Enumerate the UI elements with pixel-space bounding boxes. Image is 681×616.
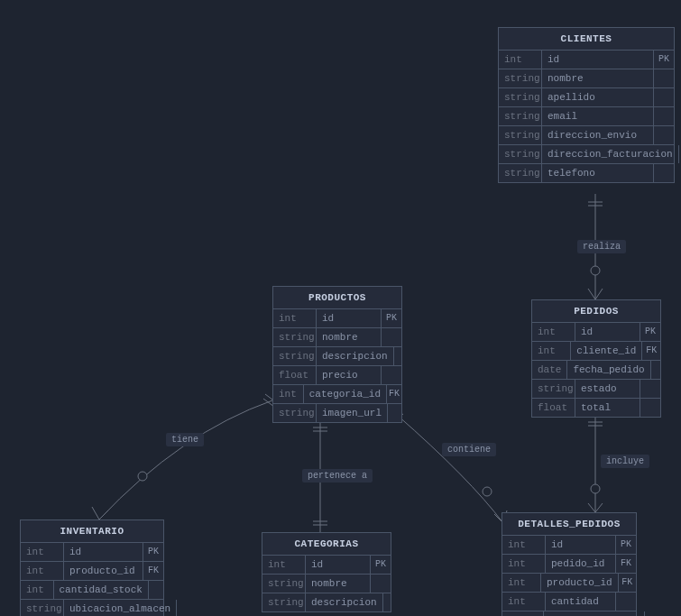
col-key: FK: [619, 574, 636, 592]
col-name: direccion_envio: [542, 126, 654, 144]
col-name: id: [317, 309, 382, 327]
col-key: FK: [642, 342, 660, 360]
col-type: string: [532, 380, 575, 398]
rel-label-contiene: contiene: [442, 443, 496, 456]
entity-row: stringemail: [499, 107, 674, 126]
col-name: producto_id: [541, 574, 619, 592]
col-key: [177, 600, 180, 616]
col-name: fecha_pedido: [567, 361, 650, 379]
col-name: descripcion: [317, 347, 394, 365]
col-name: nombre: [306, 575, 371, 593]
col-type: int: [262, 556, 306, 574]
col-type: float: [532, 399, 575, 417]
col-type: int: [502, 536, 546, 554]
col-name: categoria_id: [304, 385, 387, 403]
col-key: [654, 107, 674, 125]
entity-row: intpedido_idFK: [502, 555, 636, 574]
entity-row: intproducto_idFK: [21, 562, 163, 581]
col-name: id: [64, 543, 143, 561]
entity-rows: intidPKintcliente_idFKdatefecha_pedidost…: [532, 323, 660, 417]
entity-row: stringnombre: [262, 575, 391, 593]
svg-point-3: [138, 472, 147, 481]
col-type: float: [273, 366, 317, 384]
entity-row: stringdescripcion: [273, 347, 401, 366]
col-name: email: [542, 107, 654, 125]
svg-point-1: [591, 484, 600, 493]
col-key: [645, 611, 649, 616]
entity-row: stringapellido: [499, 88, 674, 107]
entity-row: intidPK: [262, 556, 391, 575]
col-key: FK: [387, 385, 401, 403]
col-type: int: [273, 385, 304, 403]
col-type: string: [262, 593, 306, 611]
col-type: int: [21, 543, 64, 561]
col-type: string: [499, 69, 542, 87]
entity-clientes: CLIENTES intidPKstringnombrestringapelli…: [498, 27, 675, 183]
col-type: string: [499, 145, 542, 163]
entity-inventario: INVENTARIO intidPKintproducto_idFKintcan…: [20, 519, 164, 616]
rel-label-realiza: realiza: [577, 240, 626, 253]
col-name: total: [575, 399, 640, 417]
entity-title: INVENTARIO: [21, 520, 163, 543]
col-key: [383, 593, 391, 611]
rel-label-pertenece-a: pertenece a: [302, 469, 373, 483]
entity-row: stringdireccion_facturacion: [499, 145, 674, 164]
entity-rows: intidPKstringnombrestringdescripcionfloa…: [273, 309, 401, 422]
col-name: cliente_id: [571, 342, 642, 360]
col-name: descripcion: [306, 593, 383, 611]
col-key: [654, 164, 674, 182]
col-name: producto_id: [64, 562, 143, 580]
col-key: [616, 593, 636, 611]
col-key: PK: [143, 543, 163, 561]
col-name: nombre: [317, 328, 382, 346]
entity-row: stringdescripcion: [262, 593, 391, 611]
entity-row: intcantidad_stock: [21, 581, 163, 600]
col-key: [654, 126, 674, 144]
col-type: float: [502, 611, 544, 616]
rel-label-incluye: incluye: [601, 455, 649, 468]
col-name: direccion_facturacion: [542, 145, 679, 163]
col-type: int: [273, 309, 317, 327]
col-name: id: [546, 536, 616, 554]
col-type: int: [532, 323, 575, 341]
col-type: date: [532, 361, 567, 379]
entity-row: stringnombre: [273, 328, 401, 347]
col-type: string: [499, 126, 542, 144]
entity-categorias: CATEGORIAS intidPKstringnombrestringdesc…: [262, 532, 391, 612]
col-key: [388, 404, 401, 422]
entity-row: stringimagen_url: [273, 404, 401, 422]
entity-row: intcantidad: [502, 593, 636, 611]
col-type: string: [499, 107, 542, 125]
entity-pedidos: PEDIDOS intidPKintcliente_idFKdatefecha_…: [531, 299, 661, 418]
entity-row: floatprecio: [273, 366, 401, 385]
entity-row: floattotal: [532, 399, 660, 417]
entity-row: intproducto_idFK: [502, 574, 636, 593]
entity-row: intidPK: [532, 323, 660, 342]
entity-row: stringdireccion_envio: [499, 126, 674, 145]
col-name: id: [306, 556, 371, 574]
col-name: cantidad: [546, 593, 616, 611]
col-type: string: [21, 600, 64, 616]
col-type: int: [502, 593, 546, 611]
col-type: string: [499, 164, 542, 182]
col-key: [382, 366, 401, 384]
entity-rows: intidPKstringnombrestringapellidostringe…: [499, 51, 674, 182]
entity-title: DETALLES_PEDIDOS: [502, 513, 636, 536]
col-key: PK: [654, 51, 674, 69]
col-type: int: [502, 574, 541, 592]
col-key: FK: [616, 555, 636, 573]
col-type: int: [21, 581, 54, 599]
col-key: [654, 88, 674, 106]
col-key: PK: [616, 536, 636, 554]
entity-row: intidPK: [273, 309, 401, 328]
col-key: [651, 361, 660, 379]
entity-row: intidPK: [21, 543, 163, 562]
entity-row: floatprecio_unitario: [502, 611, 636, 616]
col-type: int: [502, 555, 546, 573]
entity-row: stringnombre: [499, 69, 674, 88]
col-name: estado: [575, 380, 640, 398]
entity-title: CATEGORIAS: [262, 533, 391, 556]
col-key: [654, 69, 674, 87]
col-name: pedido_id: [546, 555, 616, 573]
col-name: id: [542, 51, 654, 69]
